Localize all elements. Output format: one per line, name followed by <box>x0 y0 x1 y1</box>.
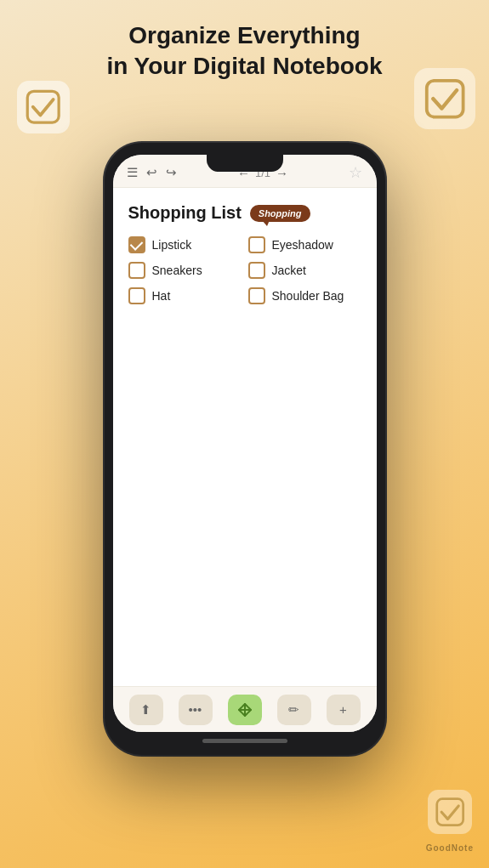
checkbox-lipstick[interactable] <box>128 236 145 253</box>
move-button[interactable] <box>228 695 262 725</box>
label-hat: Hat <box>152 289 171 303</box>
deco-checkbox-bottom-right <box>428 790 472 834</box>
deco-checkbox-top-left <box>17 81 70 133</box>
checklist-item-sneakers[interactable]: Sneakers <box>128 262 242 279</box>
add-icon: + <box>339 702 347 717</box>
label-sneakers: Sneakers <box>152 264 202 277</box>
note-content: Shopping List Shopping Lipstick Eyeshado… <box>113 188 377 686</box>
share-icon: ⬆ <box>140 702 151 718</box>
add-button[interactable]: + <box>327 695 361 725</box>
share-button[interactable]: ⬆ <box>129 695 163 725</box>
checklist-item-eyeshadow[interactable]: Eyeshadow <box>248 236 361 253</box>
move-icon <box>237 702 253 718</box>
checkbox-shoulder-bag[interactable] <box>248 287 265 304</box>
checkbox-jacket[interactable] <box>248 262 265 279</box>
watermark-text: GoodNote <box>426 843 474 853</box>
more-button[interactable]: ••• <box>179 695 213 725</box>
checkbox-hat[interactable] <box>128 287 145 304</box>
checklist-item-lipstick[interactable]: Lipstick <box>128 236 242 253</box>
phone-frame: ☰ ↩ ↪ ← 1/1 → ☆ Shopping List Shopping <box>105 143 385 755</box>
header-line2: in Your Digital Notebook <box>106 53 382 79</box>
checklist-item-hat[interactable]: Hat <box>128 287 242 304</box>
note-title: Shopping List <box>128 203 242 223</box>
label-eyeshadow: Eyeshadow <box>272 238 333 252</box>
more-icon: ••• <box>189 702 202 717</box>
edit-button[interactable]: ✏ <box>277 695 311 725</box>
header-line1: Organize Everything <box>128 22 360 48</box>
checklist-item-jacket[interactable]: Jacket <box>248 262 361 279</box>
checkbox-eyeshadow[interactable] <box>248 236 265 253</box>
phone-screen: ☰ ↩ ↪ ← 1/1 → ☆ Shopping List Shopping <box>113 155 377 732</box>
home-indicator[interactable] <box>202 739 287 743</box>
toolbar-left: ☰ ↩ ↪ <box>127 165 177 180</box>
star-icon[interactable]: ☆ <box>349 163 362 182</box>
phone-bottom-bar: ⬆ ••• ✏ + <box>113 686 377 732</box>
label-jacket: Jacket <box>272 264 306 277</box>
header-text: Organize Everything in Your Digital Note… <box>0 20 489 82</box>
menu-icon[interactable]: ☰ <box>127 165 138 180</box>
checklist-item-shoulder-bag[interactable]: Shoulder Bag <box>248 287 361 304</box>
phone-notch <box>207 155 283 172</box>
checkbox-sneakers[interactable] <box>128 262 145 279</box>
note-title-row: Shopping List Shopping <box>128 203 361 223</box>
label-shoulder-bag: Shoulder Bag <box>272 289 344 303</box>
shopping-checklist: Lipstick Eyeshadow Sneakers Jacket <box>128 236 361 304</box>
edit-icon: ✏ <box>288 702 299 718</box>
shopping-badge: Shopping <box>250 205 310 222</box>
watermark: GoodNote <box>426 843 474 853</box>
undo-icon[interactable]: ↩ <box>146 165 157 180</box>
redo-icon[interactable]: ↪ <box>166 165 177 180</box>
label-lipstick: Lipstick <box>152 238 192 252</box>
